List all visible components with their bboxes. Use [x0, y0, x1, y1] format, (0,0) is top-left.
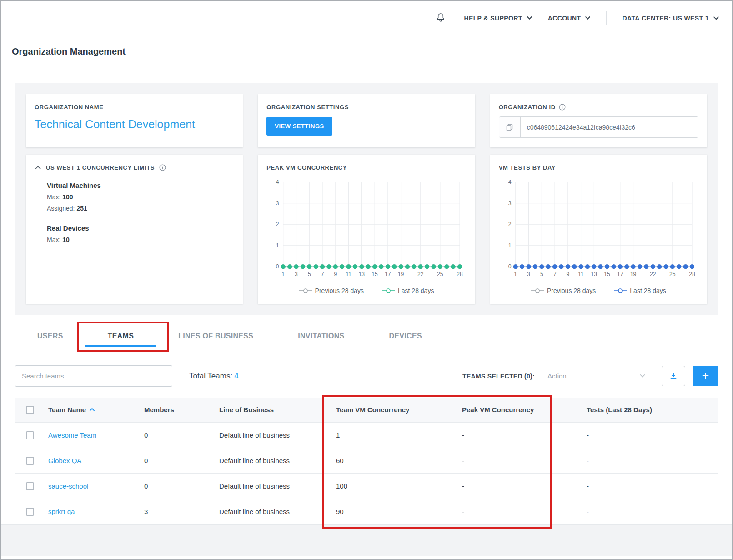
column-header-members: Members [143, 398, 218, 422]
team-name-link[interactable]: sauce-school [48, 482, 88, 490]
download-button[interactable] [662, 366, 685, 386]
svg-text:25: 25 [437, 271, 443, 277]
legend-label: Last 28 days [398, 287, 434, 294]
tab-invitations[interactable]: INVITATIONS [276, 326, 366, 347]
svg-text:28: 28 [689, 271, 695, 277]
organization-name-input[interactable]: Technical Content Development [35, 118, 234, 137]
footer-strip [1, 524, 732, 556]
tab-teams[interactable]: TEAMS [85, 326, 156, 347]
row-checkbox[interactable] [26, 482, 34, 490]
vm-tests-by-day-title: VM TESTS BY DAY [499, 164, 698, 171]
svg-text:15: 15 [372, 271, 378, 277]
teams-table: Team Name Members Line of Business Team … [15, 398, 718, 524]
chevron-down-icon [527, 16, 532, 20]
members-value: 0 [144, 457, 148, 464]
svg-text:11: 11 [578, 271, 584, 277]
row-checkbox[interactable] [26, 431, 34, 439]
members-value: 0 [144, 431, 148, 439]
virtual-machines-heading: Virtual Machines [47, 182, 234, 189]
table-row: Globex QA0Default line of business60-- [15, 448, 718, 473]
row-checkbox[interactable] [26, 508, 34, 516]
line-of-business-value: Default line of business [219, 482, 290, 490]
team-name-link[interactable]: Globex QA [48, 457, 81, 464]
select-all-checkbox[interactable] [26, 406, 34, 414]
tab-lines-of-business[interactable]: LINES OF BUSINESS [156, 326, 276, 347]
total-teams: Total Teams:4 [189, 372, 239, 381]
tests-value: - [587, 482, 589, 490]
svg-text:17: 17 [385, 271, 391, 277]
data-center-label: DATA CENTER: US WEST 1 [622, 15, 709, 22]
team-name-link[interactable]: Awesome Team [48, 431, 96, 439]
svg-text:1: 1 [508, 242, 511, 249]
column-header-peak-vm-concurrency: Peak VM Concurrency [461, 398, 585, 422]
top-nav: HELP & SUPPORT ACCOUNT DATA CENTER: US W… [1, 1, 732, 35]
svg-text:3: 3 [276, 200, 279, 207]
svg-text:11: 11 [346, 271, 352, 277]
add-team-button[interactable]: + [693, 366, 718, 386]
sort-ascending-icon [89, 408, 95, 412]
concurrency-limits-title: US WEST 1 CONCURRENCY LIMITS [46, 164, 155, 171]
concurrency-limits-card: US WEST 1 CONCURRENCY LIMITS Virtual Mac… [26, 155, 243, 304]
legend-marker-icon [382, 288, 395, 293]
tab-users[interactable]: USERS [15, 326, 85, 347]
svg-text:1: 1 [276, 242, 279, 249]
teams-toolbar: Total Teams:4 TEAMS SELECTED (0): Action… [15, 365, 718, 387]
members-value: 0 [144, 482, 148, 490]
team-vm-concurrency-value: 100 [336, 482, 347, 490]
svg-text:22: 22 [650, 271, 656, 277]
help-support-menu[interactable]: HELP & SUPPORT [464, 15, 532, 22]
svg-text:3: 3 [527, 271, 530, 277]
team-vm-concurrency-value: 1 [336, 431, 340, 439]
svg-text:15: 15 [604, 271, 610, 277]
svg-text:2: 2 [508, 221, 511, 227]
info-icon[interactable] [559, 104, 566, 111]
select-all-cell [15, 398, 47, 422]
line-of-business-value: Default line of business [219, 457, 290, 464]
chevron-down-icon [639, 374, 646, 378]
svg-text:19: 19 [398, 271, 404, 277]
action-dropdown[interactable]: Action [545, 367, 650, 385]
legend-item: Last 28 days [382, 287, 434, 294]
peak-vm-concurrency-value: - [462, 482, 464, 490]
title-bar: Organization Management [1, 35, 732, 68]
column-header-team-name[interactable]: Team Name [47, 398, 143, 422]
search-teams-input[interactable] [15, 365, 172, 387]
table-row: sauce-school0Default line of business100… [15, 473, 718, 499]
info-icon[interactable] [159, 164, 166, 171]
tests-value: - [587, 508, 589, 515]
vm-max-line: Max: 100 [47, 193, 234, 201]
line-of-business-value: Default line of business [219, 431, 290, 439]
column-header-team-vm-concurrency: Team VM Concurrency [335, 398, 461, 422]
rd-max-line: Max: 10 [47, 236, 234, 243]
peak-vm-concurrency-value: - [462, 457, 464, 464]
legend-marker-icon [299, 288, 312, 293]
organization-settings-card: ORGANIZATION SETTINGS VIEW SETTINGS [258, 94, 475, 147]
organization-management-page: HELP & SUPPORT ACCOUNT DATA CENTER: US W… [0, 0, 733, 560]
row-checkbox[interactable] [26, 457, 34, 465]
tab-devices[interactable]: DEVICES [367, 326, 444, 347]
notifications-bell-icon[interactable] [436, 12, 446, 25]
svg-text:3: 3 [295, 271, 298, 277]
account-menu[interactable]: ACCOUNT [548, 15, 591, 22]
collapse-chevron-up-icon[interactable] [35, 165, 41, 170]
data-center-menu[interactable]: DATA CENTER: US WEST 1 [622, 15, 719, 22]
tests-value: - [587, 457, 589, 464]
svg-text:5: 5 [308, 271, 311, 277]
svg-text:7: 7 [321, 271, 324, 277]
teams-table-wrap: Team Name Members Line of Business Team … [15, 398, 718, 524]
chevron-down-icon [713, 16, 719, 20]
copy-icon[interactable] [499, 117, 521, 137]
column-header-tests: Tests (Last 28 Days) [585, 398, 718, 422]
svg-text:0: 0 [508, 263, 511, 270]
total-teams-count: 4 [234, 372, 238, 380]
download-icon [669, 372, 678, 381]
legend-marker-icon [614, 288, 627, 293]
peak-vm-concurrency-title: PEAK VM CONCURRENCY [266, 164, 466, 171]
team-vm-concurrency-value: 90 [336, 508, 344, 515]
team-name-link[interactable]: sprkrt qa [48, 508, 75, 515]
column-header-line-of-business: Line of Business [218, 398, 335, 422]
view-settings-button[interactable]: VIEW SETTINGS [266, 117, 332, 136]
vm-max-label: Max: [47, 193, 60, 201]
svg-text:4: 4 [276, 179, 279, 185]
organization-id-card: ORGANIZATION ID c064890612424e34a12fca98… [490, 94, 707, 147]
